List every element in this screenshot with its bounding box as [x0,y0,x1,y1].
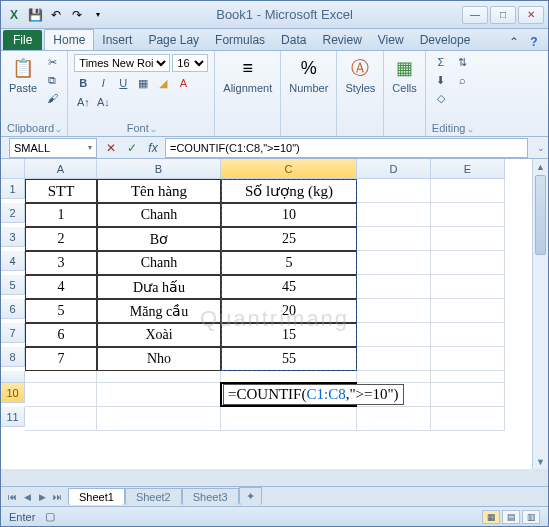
row-header-11[interactable]: 11 [1,407,25,427]
row-header-2[interactable]: 2 [1,203,25,223]
format-painter-icon[interactable]: 🖌 [43,90,61,106]
col-header-a[interactable]: A [25,159,97,179]
font-name-select[interactable]: Times New Roi [74,54,170,72]
qat-dropdown-icon[interactable]: ▾ [89,6,107,24]
find-icon[interactable]: ⌕ [454,72,472,88]
italic-button[interactable]: I [94,75,112,91]
cell-c3[interactable]: 25 [221,227,357,251]
view-page-layout-icon[interactable]: ▤ [502,510,520,524]
minimize-ribbon-icon[interactable]: ⌃ [506,34,522,50]
border-button[interactable]: ▦ [134,75,152,91]
cell-c9[interactable] [221,371,357,383]
insert-function-button[interactable]: fx [143,139,163,157]
styles-button[interactable]: ⒶStyles [343,54,377,96]
cell-a4[interactable]: 3 [25,251,97,275]
vertical-scrollbar[interactable]: ▲ ▼ [532,159,548,469]
cell-e1[interactable] [431,179,505,203]
redo-icon[interactable]: ↷ [68,6,86,24]
worksheet-grid[interactable]: A B C D E 1 STT Tên hàng Số lượng (kg) 2… [1,159,548,469]
sheet-tab-1[interactable]: Sheet1 [68,488,125,505]
cell-e3[interactable] [431,227,505,251]
tab-view[interactable]: View [370,30,412,50]
close-button[interactable]: ✕ [518,6,544,24]
sheet-tab-3[interactable]: Sheet3 [182,488,239,505]
sheet-nav-prev-icon[interactable]: ◀ [20,490,34,504]
increase-font-icon[interactable]: A↑ [74,94,92,110]
maximize-button[interactable]: □ [490,6,516,24]
row-header-8[interactable]: 8 [1,347,25,367]
cell-a8[interactable]: 7 [25,347,97,371]
formula-bar-input[interactable]: =COUNTIF(C1:C8,">=10") [165,138,528,158]
tab-page-layout[interactable]: Page Lay [140,30,207,50]
cell-b3[interactable]: Bơ [97,227,221,251]
cell-c5[interactable]: 45 [221,275,357,299]
sort-icon[interactable]: ⇅ [454,54,472,70]
cell-b11[interactable] [97,407,221,431]
cell-b1[interactable]: Tên hàng [97,179,221,203]
row-header-7[interactable]: 7 [1,323,25,343]
alignment-button[interactable]: ≡Alignment [221,54,274,96]
cell-d3[interactable] [357,227,431,251]
fill-color-button[interactable]: ◢ [154,75,172,91]
cell-b4[interactable]: Chanh [97,251,221,275]
cell-e4[interactable] [431,251,505,275]
sheet-nav-next-icon[interactable]: ▶ [35,490,49,504]
cell-b9[interactable] [97,371,221,383]
cell-a9[interactable] [25,371,97,383]
tab-home[interactable]: Home [44,29,94,50]
cell-e6[interactable] [431,299,505,323]
fill-icon[interactable]: ⬇ [432,72,450,88]
cell-c8[interactable]: 55 [221,347,357,371]
cell-a11[interactable] [25,407,97,431]
font-size-select[interactable]: 16 [172,54,208,72]
cell-d5[interactable] [357,275,431,299]
name-box[interactable]: SMALL ▾ [9,138,97,158]
cell-b5[interactable]: Dưa hấu [97,275,221,299]
cell-d11[interactable] [357,407,431,431]
copy-icon[interactable]: ⧉ [43,72,61,88]
excel-icon[interactable]: X [5,6,23,24]
tab-file[interactable]: File [3,30,42,50]
cell-e9[interactable] [431,371,505,383]
scroll-thumb[interactable] [535,175,546,255]
cell-a3[interactable]: 2 [25,227,97,251]
cell-e5[interactable] [431,275,505,299]
cell-e11[interactable] [431,407,505,431]
name-box-dropdown-icon[interactable]: ▾ [88,143,92,152]
cell-b8[interactable]: Nho [97,347,221,371]
view-normal-icon[interactable]: ▦ [482,510,500,524]
cell-b7[interactable]: Xoài [97,323,221,347]
cell-c11[interactable] [221,407,357,431]
cut-icon[interactable]: ✂ [43,54,61,70]
sheet-nav-first-icon[interactable]: ⏮ [5,490,19,504]
enter-formula-button[interactable]: ✓ [122,139,142,157]
select-all-corner[interactable] [1,159,25,179]
cell-d2[interactable] [357,203,431,227]
scroll-up-arrow-icon[interactable]: ▲ [533,159,548,174]
cell-a7[interactable]: 6 [25,323,97,347]
tab-insert[interactable]: Insert [94,30,140,50]
cell-b6[interactable]: Măng cầu [97,299,221,323]
minimize-button[interactable]: — [462,6,488,24]
cancel-formula-button[interactable]: ✕ [101,139,121,157]
cell-e7[interactable] [431,323,505,347]
scroll-down-arrow-icon[interactable]: ▼ [533,454,548,469]
cell-c7[interactable]: 15 [221,323,357,347]
tab-data[interactable]: Data [273,30,314,50]
row-header-5[interactable]: 5 [1,275,25,295]
cell-d6[interactable] [357,299,431,323]
cell-a5[interactable]: 4 [25,275,97,299]
expand-formula-bar-icon[interactable]: ⌄ [534,143,548,153]
cell-c1[interactable]: Số lượng (kg) [221,179,357,203]
col-header-b[interactable]: B [97,159,221,179]
paste-button[interactable]: 📋 Paste [7,54,39,96]
cell-e8[interactable] [431,347,505,371]
macro-record-icon[interactable]: ▢ [45,510,55,523]
decrease-font-icon[interactable]: A↓ [94,94,112,110]
cell-c2[interactable]: 10 [221,203,357,227]
row-header-10[interactable]: 10 [1,383,25,403]
help-icon[interactable]: ? [526,34,542,50]
cell-a1[interactable]: STT [25,179,97,203]
cell-c6[interactable]: 20 [221,299,357,323]
row-header-1[interactable]: 1 [1,179,25,199]
